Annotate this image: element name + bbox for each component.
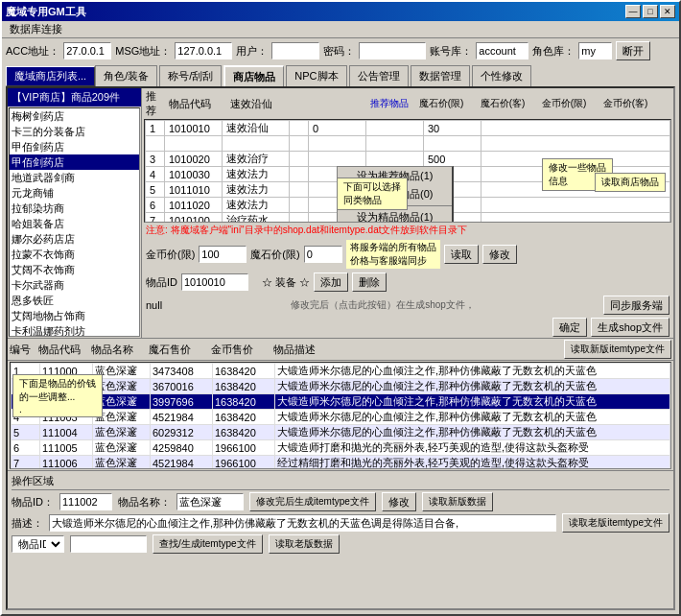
- minimize-button[interactable]: —: [625, 5, 641, 18]
- table-row[interactable]: 5 111004 蓝色深邃 6029312 1638420 大锻造师米尔德尼的心…: [12, 425, 670, 440]
- op-search-generate-button[interactable]: 查找/生成itemtype文件: [153, 534, 263, 554]
- col-magic-client: 魔石价(客): [474, 97, 531, 110]
- list-item[interactable]: 拉蒙不衣饰商: [10, 247, 139, 262]
- read-itemtype-button[interactable]: 读取新版itemtype文件: [564, 340, 671, 359]
- read-button[interactable]: 读取: [444, 245, 479, 264]
- list-item[interactable]: 艾阔不衣饰商: [10, 262, 139, 277]
- generate-note: 修改完后（点击此按钮）在生成shop文件，: [166, 298, 599, 312]
- op-row-1: 物品ID： 物品名称： 修改完后生成itemtype文件 修改 读取新版数据: [12, 492, 669, 511]
- col-magic-price: 魔石售价: [149, 343, 211, 357]
- tab-title-scratch[interactable]: 称号/刮刮: [159, 65, 222, 86]
- table-row[interactable]: 21010010速效沿仙症 100: [146, 136, 670, 152]
- tab-role-equipment[interactable]: 角色/装备: [95, 65, 157, 86]
- op-desc-input[interactable]: [49, 514, 556, 532]
- products-panel: 推荐 物品代码 速效沿仙 推荐物品 魔石价(限) 魔石价(客) 金币价(限) 金…: [142, 88, 673, 338]
- item-id-input[interactable]: [181, 273, 248, 291]
- list-item[interactable]: 甲佰剑药店: [10, 139, 139, 154]
- list-item[interactable]: 梅树剑药店: [10, 108, 139, 124]
- modify-button[interactable]: 修改: [482, 245, 517, 264]
- list-item[interactable]: 艾阔地物占饰商: [10, 308, 139, 323]
- items-table-container[interactable]: 1 111000 蓝色深邃 3473408 1638420 大锻造师米尔德尼的心…: [10, 362, 671, 469]
- gold-price-limit-label: 金币价(限): [146, 248, 195, 262]
- table-row[interactable]: 4 111003 蓝色深邃 4521984 1638420 大锻造师米尔德尼的心…: [12, 410, 670, 425]
- table-row[interactable]: 2 111001 蓝色深邃 3670016 1638420 大锻造师米尔德尼的心…: [12, 379, 670, 394]
- list-item[interactable]: 娜尔必药店店: [10, 231, 139, 247]
- user-label: 用户：: [236, 44, 268, 59]
- op-item-id-label: 物品ID：: [12, 495, 54, 509]
- list-item[interactable]: 元龙商铺: [10, 185, 139, 201]
- toolbar: ACC地址： MSG地址： 用户： 密码： 账号库： 角色库： 断开: [2, 38, 679, 63]
- shop-dropdown-button[interactable]: 魔域商店列表...: [6, 66, 95, 86]
- items-table: 1 111000 蓝色深邃 3473408 1638420 大锻造师米尔德尼的心…: [11, 363, 670, 469]
- shop-list-panel: 【VIP商店】商品209件 梅树剑药店 卡三的分装备店 甲佰剑药店 甲佰剑药店 …: [8, 88, 142, 338]
- price-form-row: 金币价(限) 魔石价(限) 将服务端的所有物品价格与客服端同步 读取 修改: [142, 238, 673, 271]
- op-item-id-dropdown[interactable]: 物品ID: [12, 535, 64, 553]
- tabs-row: 魔域商店列表... 角色/装备 称号/刮刮 商店物品 NPC脚本 公告管理 数据…: [2, 63, 679, 86]
- tab-data-management[interactable]: 数据管理: [411, 65, 470, 86]
- list-item[interactable]: 拉郁染坊商: [10, 201, 139, 216]
- acc-input[interactable]: [63, 42, 111, 59]
- table-row[interactable]: 7 111006 蓝色深邃 4521984 1966100 经过精细打磨和抛光的…: [12, 456, 670, 470]
- window-title: 魔域专用GM工具: [6, 5, 86, 19]
- op-search-input[interactable]: [70, 535, 147, 553]
- maximize-button[interactable]: □: [643, 5, 658, 18]
- tooltip-select-similar: 下面可以选择同类物品: [337, 178, 408, 210]
- menu-database[interactable]: 数据库连接: [6, 21, 66, 37]
- delete-button[interactable]: 删除: [352, 272, 387, 292]
- list-item[interactable]: 卡尔武器商: [10, 277, 139, 293]
- item-id-label: 物品ID: [146, 275, 177, 290]
- msg-input[interactable]: [175, 42, 232, 59]
- table-row[interactable]: 11010010速效沿仙 030: [146, 121, 670, 136]
- tooltip-price-adjust: 下面是物品的价钱的一些调整....: [12, 374, 103, 417]
- generate-shop-button[interactable]: 生成shop文件: [591, 318, 669, 337]
- op-item-name-input[interactable]: [176, 493, 244, 510]
- password-label: 密码：: [323, 44, 355, 59]
- item-id-row: 物品ID ☆ 装备 ☆ 添加 删除: [142, 271, 673, 294]
- table-row[interactable]: 6 111005 蓝色深邃 4259840 1966100 大锻造师打磨和抛光的…: [12, 440, 670, 456]
- menu-bar: 数据库连接: [2, 21, 679, 38]
- col-name: 速效沿仙: [230, 97, 297, 111]
- tab-shop-items[interactable]: 商店物品: [223, 65, 284, 86]
- col-recommend-label: 推荐物品: [301, 97, 409, 110]
- operation-title: 操作区域: [12, 473, 669, 490]
- role-input[interactable]: [578, 42, 612, 59]
- list-item[interactable]: 地道武器剑商: [10, 170, 139, 185]
- col-gold-price-sale: 金币售价: [211, 343, 273, 357]
- op-read-old-data-button[interactable]: 读取老版数据: [269, 534, 340, 554]
- title-bar: 魔域专用GM工具 — □ ✕: [2, 2, 679, 21]
- context-menu-item-set-premium[interactable]: 设为精品物品(1): [338, 208, 452, 223]
- op-row-3: 物品ID 查找/生成itemtype文件 读取老版数据: [12, 534, 669, 554]
- note-ini: 注意: 将魔域客户端"ini"目录中的shop.dat和itemtype.dat…: [142, 223, 673, 238]
- op-read-new-button[interactable]: 读取新版数据: [422, 492, 493, 511]
- acc-label: ACC地址：: [6, 44, 59, 59]
- list-item[interactable]: 甲佰剑药店: [10, 154, 139, 170]
- password-input[interactable]: [359, 42, 426, 59]
- close-button[interactable]: ✕: [660, 5, 675, 18]
- op-generate-itemtype-button[interactable]: 修改完后生成itemtype文件: [249, 492, 376, 511]
- op-item-id-input[interactable]: [59, 493, 112, 510]
- list-item[interactable]: 恩多铁匠: [10, 293, 139, 308]
- confirm-button[interactable]: 确定: [552, 318, 587, 337]
- list-item[interactable]: 卡利温娜药剂坊: [10, 323, 139, 337]
- connect-button[interactable]: 断开: [616, 41, 650, 60]
- shop-listbox[interactable]: 梅树剑药店 卡三的分装备店 甲佰剑药店 甲佰剑药店 地道武器剑商 元龙商铺 拉郁…: [9, 107, 140, 337]
- table-row[interactable]: 3 111002 蓝色深邃 3997696 1638420 大锻造师米尔德尼的心…: [12, 394, 670, 410]
- shop-list-header-text: 【VIP商店】商品209件: [12, 90, 120, 105]
- sync-server-button[interactable]: 同步服务端: [603, 296, 669, 315]
- user-input[interactable]: [271, 42, 319, 59]
- tab-personal-modify[interactable]: 个性修改: [472, 65, 531, 86]
- magic-price-limit-input[interactable]: [304, 246, 342, 263]
- add-button[interactable]: 添加: [314, 272, 348, 292]
- op-read-old-itemtype-button[interactable]: 读取老版itemtype文件: [562, 513, 669, 533]
- tab-announcement[interactable]: 公告管理: [349, 65, 409, 86]
- products-table-container[interactable]: 11010010速效沿仙 030 21010010速效沿仙症 100 31010…: [144, 119, 671, 223]
- table-row[interactable]: 1 111000 蓝色深邃 3473408 1638420 大锻造师米尔德尼的心…: [12, 364, 670, 379]
- col-magic-limit: 魔石价(限): [412, 97, 470, 110]
- op-modify-button[interactable]: 修改: [382, 492, 416, 511]
- list-item[interactable]: 哈姐装备店: [10, 216, 139, 231]
- db-input[interactable]: [476, 42, 528, 59]
- list-item[interactable]: 卡三的分装备店: [10, 124, 139, 139]
- tab-npc-script[interactable]: NPC脚本: [286, 65, 346, 86]
- col-gold-limit: 金币价(限): [535, 97, 593, 110]
- gold-price-limit-input[interactable]: [199, 246, 247, 263]
